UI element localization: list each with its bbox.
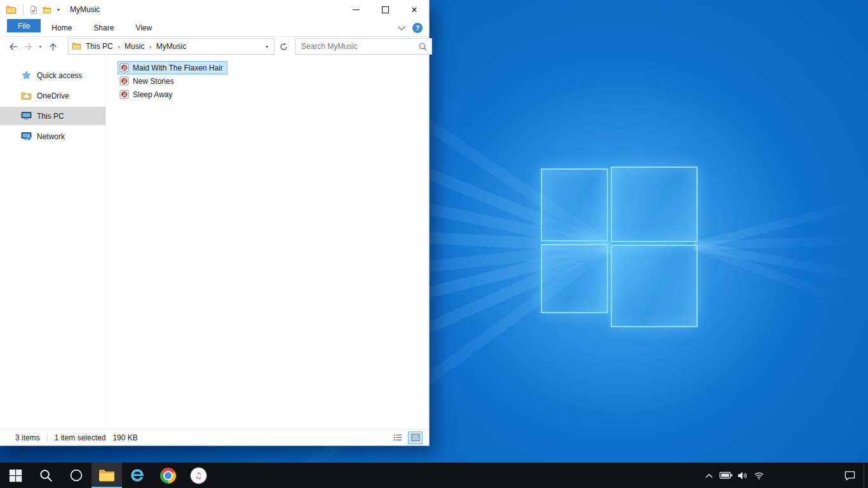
cortana-button[interactable] xyxy=(61,463,92,488)
tray-chevron-up-icon[interactable] xyxy=(701,463,717,488)
chrome-icon xyxy=(160,468,176,484)
start-button[interactable] xyxy=(0,463,31,488)
window-title: MyMusic xyxy=(70,5,100,14)
search-input[interactable] xyxy=(300,41,419,51)
file-explorer-taskbar-button[interactable] xyxy=(92,463,122,488)
status-separator xyxy=(47,433,48,442)
taskbar: ♫ xyxy=(0,463,868,488)
refresh-button[interactable] xyxy=(276,39,291,54)
tab-view[interactable]: View xyxy=(125,19,163,36)
maximize-icon xyxy=(382,6,389,13)
back-button[interactable] xyxy=(5,39,20,54)
search-icon xyxy=(39,469,52,482)
status-item-count: 3 items xyxy=(15,433,40,442)
sidebar-item-label: OneDrive xyxy=(37,92,69,100)
system-tray xyxy=(701,463,868,488)
network-icon xyxy=(21,132,32,141)
sidebar-item-label: Network xyxy=(37,132,65,141)
close-button[interactable]: ✕ xyxy=(400,0,429,19)
explorer-window: ▾ MyMusic ✕ File Home Share View ? ▾ xyxy=(0,0,430,446)
breadcrumb-music[interactable]: Music xyxy=(120,42,149,51)
sidebar-item-label: Quick access xyxy=(37,71,82,80)
cortana-icon xyxy=(69,468,83,482)
qat-customize-chevron-icon[interactable]: ▾ xyxy=(57,7,60,13)
navigation-pane: Quick access OneDrive This PC Network xyxy=(0,56,106,429)
status-bar: 3 items 1 item selected 190 KB xyxy=(0,429,429,445)
file-item[interactable]: New Stories xyxy=(118,74,179,88)
screen: ▾ MyMusic ✕ File Home Share View ? ▾ xyxy=(0,0,868,488)
up-button[interactable] xyxy=(45,39,60,54)
file-name: Sleep Away xyxy=(133,90,173,99)
qat-separator xyxy=(23,4,24,15)
minimize-button[interactable] xyxy=(341,0,370,19)
tab-share[interactable]: Share xyxy=(83,19,125,36)
wifi-icon[interactable] xyxy=(750,463,767,488)
music-file-icon xyxy=(119,63,129,72)
close-icon: ✕ xyxy=(411,6,418,14)
file-item[interactable]: Maid With The Flaxen Hair xyxy=(118,61,227,74)
volume-icon[interactable] xyxy=(734,463,750,488)
help-icon[interactable]: ? xyxy=(412,23,423,33)
monitor-icon xyxy=(21,111,32,121)
qat-properties-icon[interactable] xyxy=(29,6,38,14)
forward-button[interactable] xyxy=(20,39,36,54)
title-bar: ▾ MyMusic ✕ xyxy=(0,0,429,19)
internet-explorer-taskbar-button[interactable] xyxy=(122,463,153,488)
sidebar-item-quick-access[interactable]: Quick access xyxy=(0,66,105,85)
address-dropdown-chevron-icon[interactable]: ▾ xyxy=(260,44,274,50)
history-chevron-icon[interactable]: ▾ xyxy=(36,44,45,50)
sidebar-item-onedrive[interactable]: OneDrive xyxy=(0,86,105,105)
action-center-icon[interactable] xyxy=(836,463,864,488)
sidebar-item-network[interactable]: Network xyxy=(0,127,105,146)
search-icon[interactable] xyxy=(419,43,427,51)
sidebar-item-label: This PC xyxy=(37,112,64,121)
view-toggles xyxy=(390,431,423,444)
status-selection-size: 190 KB xyxy=(112,433,137,442)
sidebar-item-this-pc[interactable]: This PC xyxy=(0,107,105,125)
ribbon-tabs: File Home Share View ? xyxy=(0,19,429,37)
qat-new-folder-icon[interactable] xyxy=(43,6,51,14)
cloud-folder-icon xyxy=(21,91,32,100)
status-selection: 1 item selected xyxy=(55,433,106,442)
windows-logo-pane xyxy=(611,245,698,327)
explorer-main: Quick access OneDrive This PC Network xyxy=(0,56,429,429)
address-bar: ▾ This PC › Music › MyMusic ▾ xyxy=(0,37,429,56)
minimize-icon xyxy=(353,10,360,10)
tab-file[interactable]: File xyxy=(7,19,41,32)
file-list: Maid With The Flaxen Hair New Stories Sl… xyxy=(106,56,429,429)
file-name: Maid With The Flaxen Hair xyxy=(133,64,223,72)
windows-logo-pane xyxy=(541,168,608,241)
tab-home[interactable]: Home xyxy=(41,19,83,36)
music-file-icon xyxy=(119,76,129,86)
maximize-button[interactable] xyxy=(370,0,400,19)
tray-spacer xyxy=(767,463,836,488)
itunes-icon: ♫ xyxy=(191,468,207,484)
start-icon xyxy=(9,469,22,482)
chrome-taskbar-button[interactable] xyxy=(153,463,183,488)
star-icon xyxy=(21,71,32,80)
windows-logo-pane xyxy=(541,244,608,313)
battery-icon[interactable] xyxy=(717,463,734,488)
breadcrumb-this-pc[interactable]: This PC xyxy=(81,42,118,51)
taskbar-search-button[interactable] xyxy=(31,463,61,488)
address-box[interactable]: This PC › Music › MyMusic ▾ xyxy=(68,38,275,55)
ribbon-right-controls: ? xyxy=(399,19,423,36)
show-desktop-button[interactable] xyxy=(864,463,868,488)
file-item[interactable]: Sleep Away xyxy=(118,88,177,101)
window-folder-icon xyxy=(6,5,17,14)
caption-buttons: ✕ xyxy=(341,0,429,19)
breadcrumb-mymusic[interactable]: MyMusic xyxy=(152,42,191,51)
thumbnails-view-button[interactable] xyxy=(408,431,423,444)
details-view-button[interactable] xyxy=(390,431,405,444)
itunes-taskbar-button[interactable]: ♫ xyxy=(183,463,214,488)
file-explorer-icon xyxy=(98,468,115,482)
music-file-icon xyxy=(119,90,129,99)
file-name: New Stories xyxy=(133,77,174,86)
windows-logo-pane xyxy=(611,166,698,242)
address-folder-icon xyxy=(72,42,81,51)
internet-explorer-icon xyxy=(129,467,146,484)
search-box xyxy=(295,38,432,55)
ribbon-expand-chevron-icon[interactable] xyxy=(398,23,405,30)
